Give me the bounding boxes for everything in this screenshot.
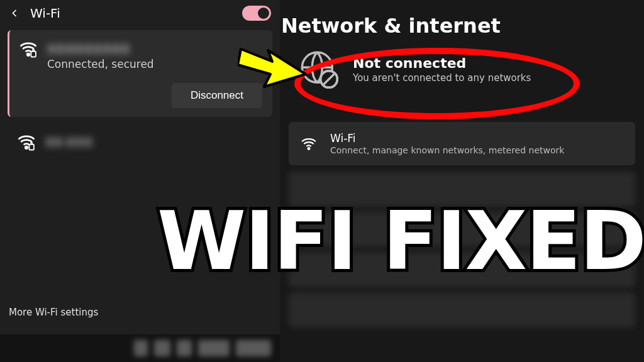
- back-arrow-icon[interactable]: [6, 5, 23, 21]
- not-connected-title: Not connected: [353, 55, 531, 71]
- tray-item[interactable]: [154, 340, 170, 356]
- network-settings-page: Network & internet Not connected You are…: [280, 0, 644, 362]
- tray-item[interactable]: [134, 340, 148, 356]
- not-connected-status: Not connected You aren't connected to an…: [280, 47, 644, 89]
- disconnect-button[interactable]: Disconnect: [172, 83, 262, 108]
- setting-row-obscured[interactable]: [289, 252, 635, 287]
- svg-point-2: [25, 146, 28, 149]
- svg-point-7: [308, 148, 310, 150]
- tray-item[interactable]: [177, 340, 192, 356]
- wifi-flyout: Wi-Fi XXXXXXXXX Connected, secured Disco…: [0, 0, 280, 362]
- connected-network-row: XXXXXXXXX: [18, 39, 262, 59]
- svg-rect-3: [29, 145, 34, 150]
- not-connected-subtitle: You aren't connected to any networks: [353, 72, 531, 84]
- connected-network-card[interactable]: XXXXXXXXX Connected, secured Disconnect: [8, 30, 272, 117]
- tray-clock[interactable]: [236, 340, 271, 356]
- wifi-flyout-title: Wi-Fi: [30, 6, 235, 21]
- toggle-knob-icon: [258, 8, 269, 19]
- globe-blocked-icon: [299, 49, 339, 89]
- wifi-row-subtitle: Connect, manage known networks, metered …: [330, 145, 564, 155]
- wifi-locked-icon: [16, 132, 36, 152]
- setting-row-obscured[interactable]: [289, 292, 635, 327]
- more-wifi-settings-link[interactable]: More Wi-Fi settings: [9, 307, 98, 318]
- other-ssid: XX-XXX: [45, 135, 93, 149]
- wifi-row-title: Wi-Fi: [330, 132, 564, 145]
- other-network-item[interactable]: XX-XXX: [0, 121, 280, 163]
- wifi-icon: [300, 135, 318, 153]
- svg-point-0: [27, 53, 30, 56]
- wifi-connected-icon: [18, 39, 38, 59]
- wifi-settings-row[interactable]: Wi-Fi Connect, manage known networks, me…: [289, 122, 635, 165]
- connected-status: Connected, secured: [47, 58, 262, 70]
- wifi-flyout-header: Wi-Fi: [0, 0, 280, 26]
- setting-row-obscured[interactable]: [289, 172, 635, 207]
- page-title: Network & internet: [280, 0, 644, 47]
- taskbar: [0, 334, 280, 362]
- connected-ssid: XXXXXXXXX: [47, 41, 130, 57]
- setting-row-obscured[interactable]: [289, 212, 635, 247]
- wifi-toggle[interactable]: [242, 6, 271, 21]
- tray-item[interactable]: [198, 340, 230, 356]
- svg-rect-1: [31, 52, 36, 57]
